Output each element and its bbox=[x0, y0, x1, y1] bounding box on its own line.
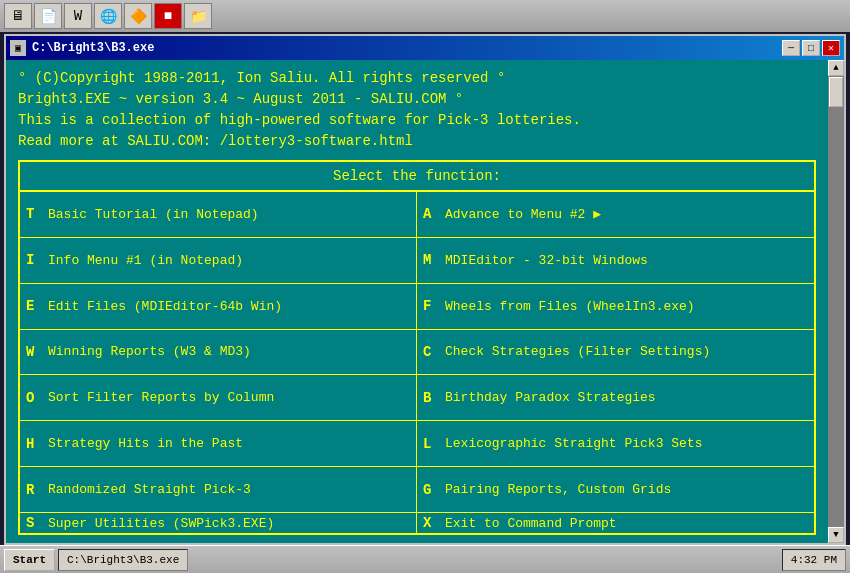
menu-title: Select the function: bbox=[20, 162, 814, 192]
menu-label-right-3: Check Strategies (Filter Settings) bbox=[445, 344, 710, 359]
menu-cell-right-2[interactable]: FWheels from Files (WheelIn3.exe) bbox=[417, 284, 814, 329]
menu-label-left-4: Sort Filter Reports by Column bbox=[48, 390, 274, 405]
menu-label-left-0: Basic Tutorial (in Notepad) bbox=[48, 207, 259, 222]
scroll-track bbox=[828, 76, 844, 527]
menu-cell-left-5[interactable]: HStrategy Hits in the Past bbox=[20, 421, 417, 466]
menu-row: WWinning Reports (W3 & MD3)CCheck Strate… bbox=[20, 330, 814, 376]
taskbar-task-label: C:\Bright3\B3.exe bbox=[67, 554, 179, 566]
menu-cell-right-3[interactable]: CCheck Strategies (Filter Settings) bbox=[417, 330, 814, 375]
menu-cell-left-7[interactable]: SSuper Utilities (SWPick3.EXE) bbox=[20, 513, 417, 533]
menu-label-left-5: Strategy Hits in the Past bbox=[48, 436, 243, 451]
menu-container: Select the function: TBasic Tutorial (in… bbox=[18, 160, 816, 535]
menu-label-left-6: Randomized Straight Pick-3 bbox=[48, 482, 251, 497]
menu-label-left-7: Super Utilities (SWPick3.EXE) bbox=[48, 516, 274, 531]
menu-key-right-3: C bbox=[423, 344, 437, 360]
scroll-up-button[interactable]: ▲ bbox=[828, 60, 844, 76]
menu-label-right-7: Exit to Command Prompt bbox=[445, 516, 617, 531]
menu-key-right-2: F bbox=[423, 298, 437, 314]
menu-key-left-6: R bbox=[26, 482, 40, 498]
menu-key-left-5: H bbox=[26, 436, 40, 452]
menu-cell-left-4[interactable]: OSort Filter Reports by Column bbox=[20, 375, 417, 420]
taskbar-icon-2: 📄 bbox=[34, 3, 62, 29]
taskbar-icon-6: ■ bbox=[154, 3, 182, 29]
menu-label-right-2: Wheels from Files (WheelIn3.exe) bbox=[445, 299, 695, 314]
start-button[interactable]: Start bbox=[4, 549, 55, 571]
menu-key-left-0: T bbox=[26, 206, 40, 222]
menu-key-right-0: A bbox=[423, 206, 437, 222]
taskbar-icon-4: 🌐 bbox=[94, 3, 122, 29]
menu-row: EEdit Files (MDIEditor-64b Win)FWheels f… bbox=[20, 284, 814, 330]
bottom-taskbar: Start C:\Bright3\B3.exe 4:32 PM bbox=[0, 545, 850, 573]
menu-cell-right-0[interactable]: AAdvance to Menu #2 ▶ bbox=[417, 192, 814, 237]
menu-key-left-2: E bbox=[26, 298, 40, 314]
menu-cell-left-3[interactable]: WWinning Reports (W3 & MD3) bbox=[20, 330, 417, 375]
menu-row: TBasic Tutorial (in Notepad)AAdvance to … bbox=[20, 192, 814, 238]
menu-key-left-4: O bbox=[26, 390, 40, 406]
title-bar: ▣ C:\Bright3\B3.exe ─ □ ✕ bbox=[6, 36, 844, 60]
close-button[interactable]: ✕ bbox=[822, 40, 840, 56]
menu-label-left-1: Info Menu #1 (in Notepad) bbox=[48, 253, 243, 268]
menu-grid: TBasic Tutorial (in Notepad)AAdvance to … bbox=[20, 192, 814, 533]
main-window: ▣ C:\Bright3\B3.exe ─ □ ✕ ° (C)Copyright… bbox=[4, 34, 846, 545]
menu-row: HStrategy Hits in the PastLLexicographic… bbox=[20, 421, 814, 467]
menu-cell-left-6[interactable]: RRandomized Straight Pick-3 bbox=[20, 467, 417, 512]
menu-key-right-7: X bbox=[423, 515, 437, 531]
window-body: ° (C)Copyright 1988-2011, Ion Saliu. All… bbox=[6, 60, 844, 543]
menu-key-left-3: W bbox=[26, 344, 40, 360]
menu-label-right-5: Lexicographic Straight Pick3 Sets bbox=[445, 436, 702, 451]
menu-cell-right-4[interactable]: BBirthday Paradox Strategies bbox=[417, 375, 814, 420]
header-line1: ° (C)Copyright 1988-2011, Ion Saliu. All… bbox=[18, 68, 816, 89]
window-icon: ▣ bbox=[10, 40, 26, 56]
menu-label-left-2: Edit Files (MDIEditor-64b Win) bbox=[48, 299, 282, 314]
minimize-button[interactable]: ─ bbox=[782, 40, 800, 56]
menu-cell-right-1[interactable]: MMDIEditor - 32-bit Windows bbox=[417, 238, 814, 283]
menu-cell-right-6[interactable]: GPairing Reports, Custom Grids bbox=[417, 467, 814, 512]
taskbar-icon-7: 📁 bbox=[184, 3, 212, 29]
taskbar-task[interactable]: C:\Bright3\B3.exe bbox=[58, 549, 188, 571]
menu-cell-left-2[interactable]: EEdit Files (MDIEditor-64b Win) bbox=[20, 284, 417, 329]
menu-cell-right-5[interactable]: LLexicographic Straight Pick3 Sets bbox=[417, 421, 814, 466]
menu-label-left-3: Winning Reports (W3 & MD3) bbox=[48, 344, 251, 359]
start-label: Start bbox=[13, 554, 46, 566]
menu-key-left-7: S bbox=[26, 515, 40, 531]
menu-cell-left-0[interactable]: TBasic Tutorial (in Notepad) bbox=[20, 192, 417, 237]
menu-cell-right-7[interactable]: XExit to Command Prompt bbox=[417, 513, 814, 533]
menu-row: OSort Filter Reports by ColumnBBirthday … bbox=[20, 375, 814, 421]
taskbar-icon-5: 🔶 bbox=[124, 3, 152, 29]
scroll-down-button[interactable]: ▼ bbox=[828, 527, 844, 543]
scrollbar[interactable]: ▲ ▼ bbox=[828, 60, 844, 543]
menu-key-right-6: G bbox=[423, 482, 437, 498]
title-controls: ─ □ ✕ bbox=[782, 40, 840, 56]
menu-cell-left-1[interactable]: IInfo Menu #1 (in Notepad) bbox=[20, 238, 417, 283]
header-line2: Bright3.EXE ~ version 3.4 ~ August 2011 … bbox=[18, 89, 816, 110]
menu-label-right-6: Pairing Reports, Custom Grids bbox=[445, 482, 671, 497]
menu-row: IInfo Menu #1 (in Notepad)MMDIEditor - 3… bbox=[20, 238, 814, 284]
header-line4: Read more at SALIU.COM: /lottery3-softwa… bbox=[18, 131, 816, 152]
taskbar-clock: 4:32 PM bbox=[782, 549, 846, 571]
menu-key-left-1: I bbox=[26, 252, 40, 268]
menu-row: RRandomized Straight Pick-3GPairing Repo… bbox=[20, 467, 814, 513]
scroll-thumb[interactable] bbox=[829, 77, 843, 107]
maximize-button[interactable]: □ bbox=[802, 40, 820, 56]
menu-key-right-4: B bbox=[423, 390, 437, 406]
menu-label-right-4: Birthday Paradox Strategies bbox=[445, 390, 656, 405]
taskbar-icon-3: W bbox=[64, 3, 92, 29]
top-taskbar: 🖥 📄 W 🌐 🔶 ■ 📁 bbox=[0, 0, 850, 32]
header-line3: This is a collection of high-powered sof… bbox=[18, 110, 816, 131]
menu-row: SSuper Utilities (SWPick3.EXE)XExit to C… bbox=[20, 513, 814, 533]
menu-key-right-5: L bbox=[423, 436, 437, 452]
menu-label-right-1: MDIEditor - 32-bit Windows bbox=[445, 253, 648, 268]
taskbar-icon-1: 🖥 bbox=[4, 3, 32, 29]
menu-label-right-0: Advance to Menu #2 ▶ bbox=[445, 206, 601, 222]
window-title: C:\Bright3\B3.exe bbox=[32, 41, 154, 55]
menu-key-right-1: M bbox=[423, 252, 437, 268]
console-header: ° (C)Copyright 1988-2011, Ion Saliu. All… bbox=[18, 68, 816, 152]
console-area: ° (C)Copyright 1988-2011, Ion Saliu. All… bbox=[6, 60, 828, 543]
title-bar-left: ▣ C:\Bright3\B3.exe bbox=[10, 40, 154, 56]
